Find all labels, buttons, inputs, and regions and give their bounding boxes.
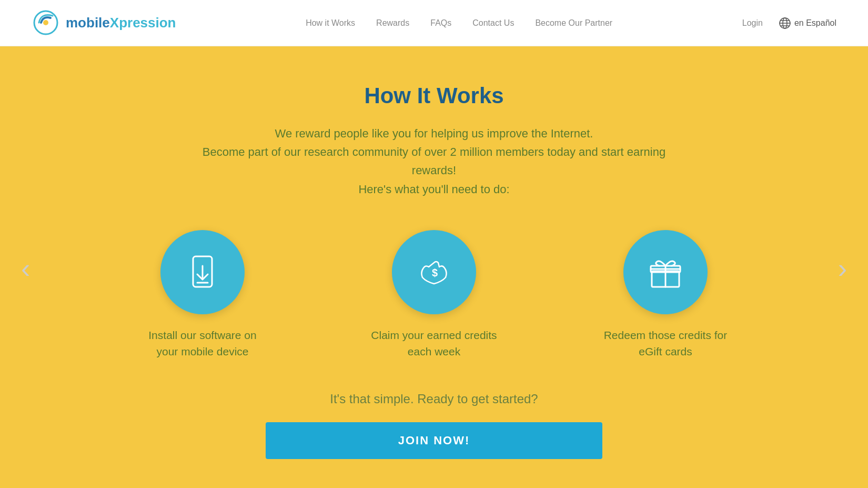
step-claim: $ Claim your earned credits each week (371, 230, 497, 360)
section-title: How It Works (364, 83, 503, 108)
main-nav: How it Works Rewards FAQs Contact Us Bec… (176, 18, 742, 28)
logo-text: mobileXpression (66, 15, 176, 31)
step-claim-icon-circle: $ (392, 230, 476, 314)
nav-contact-us[interactable]: Contact Us (472, 18, 514, 28)
nav-become-partner[interactable]: Become Our Partner (535, 18, 612, 28)
step-claim-label: Claim your earned credits each week (371, 327, 497, 360)
language-label: en Español (794, 18, 836, 28)
join-now-button[interactable]: JOIN NOW! (266, 422, 602, 459)
section-description: We reward people like you for helping us… (197, 124, 671, 198)
language-selector[interactable]: en Español (779, 17, 836, 29)
nav-rewards[interactable]: Rewards (376, 18, 409, 28)
steps-row: Install our software on your mobile devi… (139, 230, 729, 360)
svg-point-1 (43, 20, 48, 25)
header: mobileXpression How it Works Rewards FAQ… (0, 0, 868, 46)
carousel-prev-button[interactable]: ‹ (21, 255, 30, 282)
svg-text:$: $ (432, 267, 438, 278)
step-install-icon-circle (160, 230, 245, 314)
step-redeem-label: Redeem those credits for eGift cards (602, 327, 729, 360)
login-link[interactable]: Login (742, 18, 763, 28)
logo[interactable]: mobileXpression (32, 8, 176, 37)
carousel-next-button[interactable]: › (838, 255, 847, 282)
nav-faqs[interactable]: FAQs (430, 18, 451, 28)
step-install-label: Install our software on your mobile devi… (139, 327, 266, 360)
cta-text: It's that simple. Ready to get started? (330, 392, 538, 406)
step-install: Install our software on your mobile devi… (139, 230, 266, 360)
step-redeem-icon-circle (623, 230, 708, 314)
header-right: Login en Español (742, 17, 836, 29)
main-content: ‹ How It Works We reward people like you… (0, 46, 868, 488)
nav-how-it-works[interactable]: How it Works (306, 18, 355, 28)
step-redeem: Redeem those credits for eGift cards (602, 230, 729, 360)
